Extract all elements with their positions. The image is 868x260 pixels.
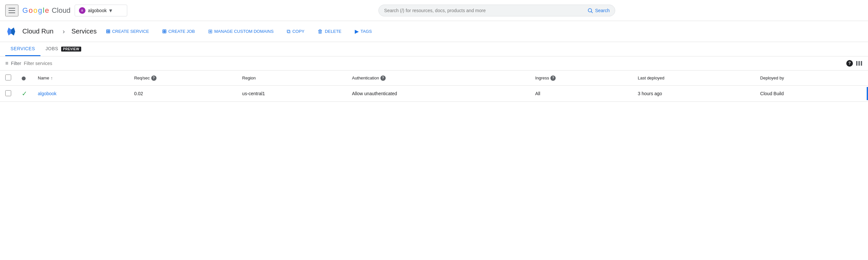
breadcrumb-separator: › [63, 28, 65, 35]
th-deployed-by: Deployed by [755, 71, 868, 86]
th-req-sec: Req/sec ? [129, 71, 237, 86]
service-name-link[interactable]: algobook [38, 91, 57, 96]
search-input[interactable] [384, 8, 585, 13]
delete-icon: 🗑 [318, 29, 323, 34]
region-value: us-central1 [242, 91, 265, 96]
svg-line-1 [591, 11, 592, 13]
th-name: Name ↑ [33, 71, 129, 86]
req-sec-value: 0.02 [134, 91, 143, 96]
manage-custom-domains-button[interactable]: ⊞ MANAGE CUSTOM DOMAINS [204, 26, 278, 37]
th-authentication: Authentication ? [346, 71, 530, 86]
filter-label: Filter [11, 61, 21, 66]
td-status: ✓ [17, 86, 33, 102]
td-ingress: All [530, 86, 632, 102]
create-job-button[interactable]: ⊞ CREATE JOB [158, 26, 199, 37]
sort-ascending-icon[interactable]: ↑ [51, 75, 53, 81]
chevron-down-icon: ▾ [109, 7, 112, 14]
th-status [17, 71, 33, 86]
td-authentication: Allow unauthenticated [346, 86, 530, 102]
td-checkbox [0, 86, 17, 102]
deployed-by-value: Cloud Build [760, 91, 784, 96]
td-req-sec: 0.02 [129, 86, 237, 102]
td-last-deployed: 3 hours ago [632, 86, 755, 102]
search-button-label: Search [595, 8, 610, 13]
th-checkbox [0, 71, 17, 86]
svg-rect-4 [856, 61, 858, 66]
project-avatar: a [79, 7, 86, 14]
row-indicator [867, 87, 868, 100]
th-req-sec-label: Req/sec [134, 75, 150, 80]
section-title: Services [71, 28, 97, 35]
cloudrun-icon [5, 26, 17, 37]
secondbar: Cloud Run › Services ⊞ CREATE SERVICE ⊞ … [0, 21, 868, 42]
create-job-label: CREATE JOB [168, 29, 195, 34]
tags-label: TAGS [361, 29, 372, 34]
tab-services[interactable]: SERVICES [5, 42, 40, 56]
page-title: Cloud Run [22, 28, 54, 35]
help-icon[interactable]: ? [846, 60, 853, 67]
last-deployed-value: 3 hours ago [638, 91, 662, 96]
auth-value: Allow unauthenticated [352, 91, 397, 96]
create-service-button[interactable]: ⊞ CREATE SERVICE [102, 26, 153, 37]
th-region-label: Region [242, 75, 256, 80]
filter-icon: ≡ [5, 61, 8, 66]
ingress-help-icon[interactable]: ? [550, 75, 556, 81]
th-ingress-label: Ingress [535, 75, 549, 80]
th-auth-label: Authentication [352, 75, 379, 80]
copy-button[interactable]: ⧉ COPY [283, 26, 308, 37]
th-region: Region [237, 71, 347, 86]
svg-rect-5 [859, 61, 860, 66]
delete-label: DELETE [325, 29, 342, 34]
copy-label: COPY [292, 29, 305, 34]
th-deployed-by-label: Deployed by [760, 75, 784, 80]
td-name: algobook [33, 86, 129, 102]
filter-bar: ≡ Filter ? [0, 57, 868, 71]
td-deployed-by: Cloud Build [755, 86, 868, 102]
req-sec-help-icon[interactable]: ? [151, 75, 156, 81]
table-header-row: Name ↑ Req/sec ? Region Authentication [0, 71, 868, 86]
columns-icon[interactable] [856, 60, 863, 67]
search-icon [587, 7, 593, 13]
create-service-label: CREATE SERVICE [112, 29, 149, 34]
search-button[interactable]: Search [587, 7, 610, 13]
select-all-checkbox[interactable] [5, 75, 11, 80]
table-row: ✓ algobook 0.02 us-central1 Allow unauth… [0, 86, 868, 102]
tabs-bar: SERVICES JOBS PREVIEW [0, 42, 868, 57]
row-checkbox[interactable] [5, 90, 11, 96]
th-last-deployed: Last deployed [632, 71, 755, 86]
copy-icon: ⧉ [287, 29, 290, 34]
auth-help-icon[interactable]: ? [380, 75, 386, 81]
th-ingress: Ingress ? [530, 71, 632, 86]
tags-button[interactable]: ▶ TAGS [351, 26, 376, 37]
create-service-icon: ⊞ [106, 28, 110, 34]
preview-badge: PREVIEW [61, 47, 82, 51]
tab-jobs[interactable]: JOBS PREVIEW [40, 42, 87, 56]
svg-point-0 [588, 8, 592, 12]
td-region: us-central1 [237, 86, 347, 102]
search-bar: Search [378, 5, 615, 16]
hamburger-menu-button[interactable] [5, 5, 19, 16]
filter-input[interactable] [24, 61, 432, 66]
tags-icon: ▶ [355, 28, 359, 34]
svg-marker-3 [11, 28, 15, 35]
project-selector[interactable]: a algobook ▾ [74, 5, 127, 16]
delete-button[interactable]: 🗑 DELETE [314, 26, 346, 37]
manage-domains-icon: ⊞ [208, 28, 212, 34]
th-last-deployed-label: Last deployed [638, 75, 664, 80]
ingress-value: All [535, 91, 540, 96]
google-cloud-logo: Google Cloud [22, 6, 71, 15]
services-table: Name ↑ Req/sec ? Region Authentication [0, 71, 868, 102]
topbar: Google Cloud a algobook ▾ Search [0, 0, 868, 21]
project-name: algobook [88, 8, 107, 13]
th-name-label: Name [38, 75, 49, 80]
create-job-icon: ⊞ [162, 28, 166, 34]
status-indicator-icon [22, 76, 26, 80]
status-ok-icon: ✓ [22, 90, 27, 97]
svg-rect-6 [861, 61, 862, 66]
manage-domains-label: MANAGE CUSTOM DOMAINS [214, 29, 274, 34]
